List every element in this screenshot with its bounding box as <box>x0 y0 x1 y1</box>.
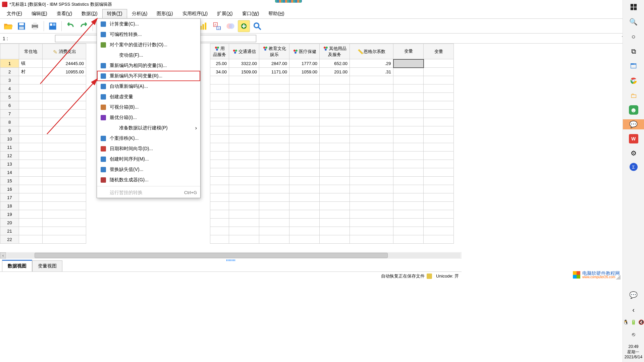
row-number[interactable]: 16 <box>0 185 19 193</box>
cell[interactable] <box>289 76 320 84</box>
row-number[interactable]: 8 <box>0 118 19 126</box>
cell[interactable] <box>19 219 43 227</box>
cell[interactable] <box>424 126 454 135</box>
cell[interactable] <box>259 126 289 135</box>
start-button[interactable] <box>627 2 640 12</box>
menu-item-rank[interactable]: 个案排秩(K)... <box>97 133 200 143</box>
corner-cell[interactable] <box>0 44 19 59</box>
cell[interactable] <box>229 193 259 202</box>
cell[interactable] <box>393 219 424 227</box>
cell[interactable] <box>229 76 259 84</box>
cell[interactable] <box>19 210 43 219</box>
cell[interactable] <box>210 210 229 219</box>
tray-battery-icon[interactable]: 🔋 <box>631 319 636 325</box>
col-header-goods-services[interactable]: 用品服务 <box>210 44 229 59</box>
row-number[interactable]: 3 <box>0 76 19 84</box>
table-row[interactable]: 8 <box>0 118 454 126</box>
cell[interactable] <box>259 168 289 177</box>
value-labels-button[interactable]: A14 <box>211 20 223 32</box>
cell[interactable] <box>350 227 393 235</box>
cell[interactable] <box>289 101 320 110</box>
cell[interactable] <box>19 135 43 143</box>
cell[interactable] <box>350 185 393 193</box>
cell[interactable] <box>210 135 229 143</box>
cell[interactable] <box>320 143 350 152</box>
scroll-track[interactable] <box>7 253 460 258</box>
cell[interactable] <box>320 210 350 219</box>
cell[interactable] <box>350 118 393 126</box>
taskbar-settings[interactable]: ⚙ <box>627 148 640 158</box>
menu-item-auto-recode[interactable]: 自动重新编码(A)... <box>97 81 200 92</box>
cell[interactable] <box>210 202 229 210</box>
table-row[interactable]: 3 <box>0 76 454 84</box>
cell[interactable] <box>320 135 350 143</box>
cell[interactable] <box>210 177 229 185</box>
cell[interactable] <box>19 193 43 202</box>
table-row[interactable]: 19 <box>0 210 454 219</box>
menu-item-plus[interactable]: 可编程性转换... <box>97 29 200 40</box>
splitter-grip[interactable] <box>226 259 235 261</box>
cell[interactable] <box>210 143 229 152</box>
cell[interactable] <box>229 235 259 244</box>
row-number[interactable]: 14 <box>0 168 19 177</box>
cell[interactable]: 34.00 <box>210 68 229 76</box>
recall-dialog-button[interactable] <box>47 20 59 32</box>
taskbar-clock[interactable]: 20:49 星期一 2021/6/14 <box>625 344 642 362</box>
cell[interactable] <box>393 152 424 160</box>
table-row[interactable]: 6 <box>0 101 454 110</box>
menu-window[interactable]: 窗口(W) <box>237 9 264 18</box>
cell[interactable] <box>259 219 289 227</box>
cell[interactable] <box>43 101 86 110</box>
cell[interactable] <box>393 93 424 101</box>
cell[interactable] <box>19 84 43 93</box>
menu-item-indent[interactable]: 准备数据以进行建模(P) <box>97 123 200 133</box>
cell[interactable] <box>259 227 289 235</box>
cell[interactable] <box>393 126 424 135</box>
cell[interactable]: 1777.00 <box>289 59 320 68</box>
menu-view[interactable]: 查看(V) <box>52 9 77 18</box>
cell[interactable] <box>210 101 229 110</box>
cell[interactable] <box>43 185 86 193</box>
cell[interactable] <box>320 219 350 227</box>
table-row[interactable]: 2村10955.0034.001509.001171.001059.00201.… <box>0 68 454 76</box>
cell[interactable] <box>43 152 86 160</box>
pane-splitter[interactable] <box>0 259 462 261</box>
cell[interactable] <box>393 110 424 118</box>
cell[interactable] <box>320 118 350 126</box>
cell[interactable] <box>393 101 424 110</box>
cell[interactable] <box>393 185 424 193</box>
cell[interactable] <box>229 143 259 152</box>
table-row[interactable]: 18 <box>0 202 454 210</box>
cell[interactable] <box>259 185 289 193</box>
cell[interactable] <box>393 227 424 235</box>
cell[interactable] <box>289 177 320 185</box>
cell[interactable] <box>229 126 259 135</box>
cell[interactable] <box>210 160 229 168</box>
cell[interactable] <box>229 177 259 185</box>
tray-volume-icon[interactable]: 🔇 <box>638 319 644 325</box>
cell[interactable] <box>320 185 350 193</box>
tray-wifi-icon[interactable]: ⎋ <box>627 329 640 340</box>
cell[interactable] <box>259 152 289 160</box>
cell[interactable] <box>289 202 320 210</box>
row-number[interactable]: 18 <box>0 202 19 210</box>
row-number[interactable]: 9 <box>0 126 19 135</box>
menu-item-count[interactable]: 对个案中的值进行计数(O)... <box>97 40 200 50</box>
cell[interactable] <box>393 143 424 152</box>
cell[interactable] <box>19 227 43 235</box>
table-row[interactable]: 5 <box>0 93 454 101</box>
cell[interactable] <box>424 160 454 168</box>
cell[interactable] <box>424 76 454 84</box>
col-header-other[interactable]: 其他用品及服务 <box>320 44 350 59</box>
cell[interactable] <box>19 143 43 152</box>
menu-item-recode-same[interactable]: 重新编码为相同的变量(S)... <box>97 60 200 71</box>
cell[interactable] <box>320 160 350 168</box>
cell[interactable]: 村 <box>19 68 43 76</box>
col-header-education[interactable]: 教育文化娱乐 <box>259 44 289 59</box>
cell[interactable] <box>350 210 393 219</box>
cell[interactable] <box>210 235 229 244</box>
cell[interactable] <box>424 177 454 185</box>
cell[interactable] <box>19 93 43 101</box>
cell[interactable] <box>229 219 259 227</box>
cell[interactable] <box>393 177 424 185</box>
